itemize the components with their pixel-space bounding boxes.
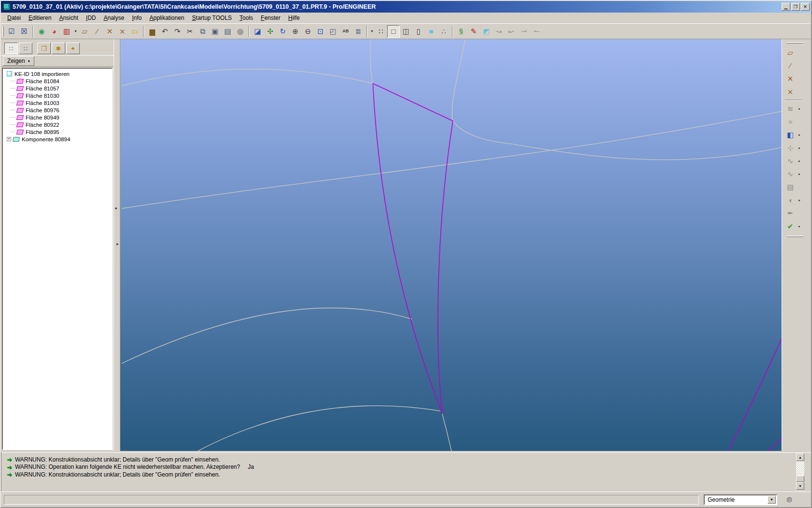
analysis-button[interactable]: ▆: [146, 25, 159, 38]
tree-row-surface[interactable]: Fläche 81084: [3, 77, 112, 85]
graphics-viewport[interactable]: [120, 39, 782, 451]
menu-ansicht[interactable]: Ansicht: [55, 13, 82, 23]
menu-idd[interactable]: IDD: [82, 13, 100, 23]
selection-filter-combo[interactable]: Geometrie ▾: [704, 494, 777, 505]
boundary-blend-button[interactable]: ◧: [784, 129, 797, 141]
paste-button[interactable]: ▣: [209, 25, 221, 38]
flyout-arrow-icon[interactable]: ▸: [797, 198, 802, 202]
redraw-button[interactable]: ◪: [251, 25, 264, 38]
tree-row-surface[interactable]: Fläche 80949: [3, 114, 112, 121]
tree-filter-button[interactable]: ∷: [375, 25, 387, 38]
shaded-display-button[interactable]: ■: [425, 25, 437, 38]
abort-window-button[interactable]: ☒: [18, 25, 30, 38]
refit-button[interactable]: ⊡: [314, 25, 327, 38]
flyout-arrow-icon[interactable]: ▸: [797, 224, 802, 228]
named-views-button[interactable]: AB: [339, 25, 352, 38]
close-button[interactable]: ✕: [801, 3, 810, 11]
menu-hilfe[interactable]: Hilfe: [284, 13, 304, 23]
tree-row-surface[interactable]: Fläche 81003: [3, 99, 112, 106]
tab-model-tree[interactable]: ∷: [4, 43, 18, 54]
tree-row-surface[interactable]: Fläche 81057: [3, 85, 112, 92]
zoom-in-button[interactable]: ⊕: [289, 25, 302, 38]
annotation-display-button[interactable]: ▭: [129, 25, 141, 38]
menu-tools[interactable]: Tools: [236, 13, 257, 23]
spin-center-toggle-button[interactable]: §: [455, 25, 467, 38]
datum-plane-tool-button[interactable]: ▱: [784, 46, 797, 59]
restore-button[interactable]: ❐: [791, 3, 800, 11]
web-browser-button[interactable]: ◉: [35, 25, 48, 38]
toolbar-grip[interactable]: [2, 26, 4, 37]
flyout-arrow-icon[interactable]: ▸: [797, 133, 802, 137]
csys-display-button[interactable]: ⨯: [116, 25, 129, 38]
menu-info[interactable]: Info: [128, 13, 145, 23]
toolbar-separator: [785, 100, 801, 101]
zoom-out-button[interactable]: ⊖: [302, 25, 314, 38]
tree-row-surface[interactable]: Fläche 80922: [3, 121, 112, 128]
spin-center-button[interactable]: ✣: [264, 25, 276, 38]
tree-row-surface[interactable]: Fläche 80895: [3, 128, 112, 135]
scrollbar-thumb[interactable]: [796, 476, 804, 482]
no-hidden-display-button[interactable]: ▯: [412, 25, 425, 38]
component-display-button[interactable]: ◩: [480, 25, 493, 38]
tree-row-root[interactable]: KE-ID 108 importieren: [3, 70, 112, 77]
flyout-arrow-icon[interactable]: ▸: [797, 146, 802, 150]
tab-favorites[interactable]: ✱: [52, 43, 65, 54]
model-tree-toggle-button[interactable]: ∴: [437, 25, 450, 38]
layers-button[interactable]: ≣: [352, 25, 364, 38]
expand-panel-icon[interactable]: ▸: [116, 242, 119, 246]
selection-filter-button[interactable]: ⊚: [783, 493, 796, 506]
datum-axis-display-button[interactable]: ⁄: [91, 25, 103, 38]
toolbar-grip[interactable]: [787, 236, 803, 237]
tab-folder-browser[interactable]: ❐: [37, 43, 51, 54]
menu-fenster[interactable]: Fenster: [257, 13, 285, 23]
done-button[interactable]: ✔: [784, 220, 797, 233]
tab-layer-tree[interactable]: ∷: [19, 43, 32, 54]
menu-applikationen[interactable]: Applikationen: [145, 13, 188, 23]
cut-button[interactable]: ✂: [184, 25, 196, 38]
wireframe-display-button[interactable]: □: [387, 25, 400, 38]
minimize-button[interactable]: ▁: [782, 3, 790, 11]
message-scrollbar[interactable]: ▴ ▾: [796, 453, 804, 490]
scroll-up-button[interactable]: ▴: [796, 453, 804, 461]
menu-datei[interactable]: Datei: [3, 13, 25, 23]
render-colors-button[interactable]: ◕: [48, 25, 60, 38]
collapse-panel-icon[interactable]: ◂: [115, 206, 117, 210]
undo-button[interactable]: ↶: [159, 25, 171, 38]
datum-plane-display-button[interactable]: ▱: [78, 25, 91, 38]
datum-point-display-button[interactable]: ✕: [103, 25, 116, 38]
panel-splitter[interactable]: ◂ ▸: [114, 39, 120, 451]
tab-connections[interactable]: ✦: [66, 43, 80, 54]
zeigen-button[interactable]: Zeigen ▾: [3, 56, 34, 66]
flyout-arrow-icon[interactable]: ▸: [797, 159, 802, 163]
toolbar-grip[interactable]: [787, 42, 803, 44]
saved-views-button[interactable]: ◰: [327, 25, 339, 38]
menu-editieren[interactable]: Editieren: [25, 13, 55, 23]
flyout-arrow-icon[interactable]: ▸: [797, 107, 802, 111]
tree-filter-dropdown[interactable]: ▾: [369, 25, 375, 38]
close-icon: ✕: [803, 5, 807, 9]
tree-row-surface[interactable]: Fläche 81030: [3, 92, 112, 99]
datum-axis-tool-button[interactable]: ⁄: [784, 60, 797, 72]
confirm-window-button[interactable]: ☑: [5, 25, 18, 38]
tree-row-component[interactable]: + Komponente 80894: [3, 135, 112, 143]
orient-mode-button[interactable]: ↻: [276, 25, 289, 38]
menu-analyse[interactable]: Analyse: [100, 13, 128, 23]
hidden-line-display-button[interactable]: ◫: [400, 25, 412, 38]
combo-dropdown-button[interactable]: ▾: [768, 496, 776, 504]
redo-button[interactable]: ↷: [171, 25, 184, 38]
copy-button[interactable]: ⧉: [196, 25, 209, 38]
repaint-dropdown[interactable]: ▾: [73, 25, 78, 38]
find-button[interactable]: ◎: [234, 25, 246, 38]
model-tree[interactable]: KE-ID 108 importieren Fläche 81084 Fläch…: [2, 68, 113, 450]
annotate-button[interactable]: ✎: [467, 25, 480, 38]
tree-row-surface[interactable]: Fläche 80976: [3, 106, 112, 114]
csys-tool-button[interactable]: ⨯: [784, 86, 797, 98]
repaint-button[interactable]: ▥: [60, 25, 73, 38]
expand-plus-icon[interactable]: +: [7, 137, 11, 141]
scroll-down-button[interactable]: ▾: [796, 482, 804, 490]
datum-point-tool-button[interactable]: ✕: [784, 73, 797, 85]
flyout-arrow-icon[interactable]: ▸: [797, 172, 802, 176]
menu-startup-tools[interactable]: Startup TOOLS: [188, 13, 235, 23]
scrollbar-track[interactable]: [796, 461, 804, 476]
paste-special-button[interactable]: ▤: [221, 25, 234, 38]
